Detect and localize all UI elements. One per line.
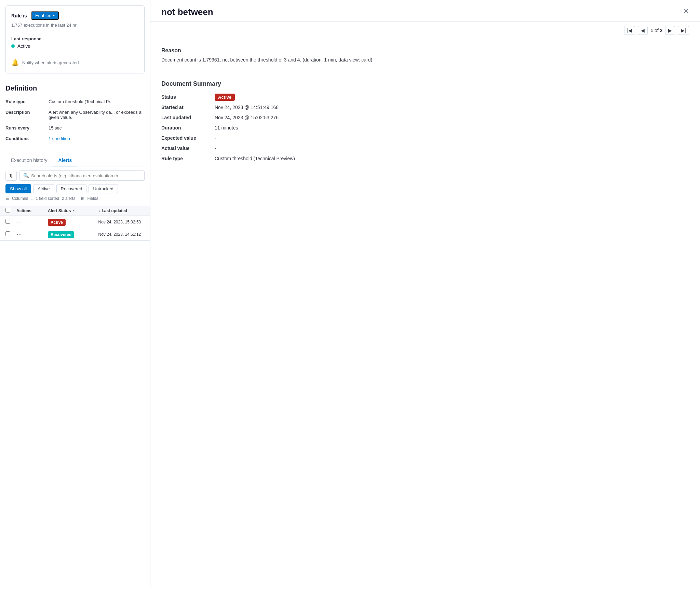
show-all-filter-button[interactable]: Show all <box>5 184 31 193</box>
doc-summary-section: Document Summary Status Active Started a… <box>150 72 700 174</box>
recovered-filter-button[interactable]: Recovered <box>56 184 87 193</box>
description-label: Description <box>5 110 43 115</box>
status-value: Active <box>215 94 235 100</box>
conditions-label: Conditions <box>5 136 43 141</box>
page-total: 2 <box>660 28 663 33</box>
rule-is-card: Rule is Enabled ▾ 1,767 executions in th… <box>5 5 145 73</box>
fields-label: Fields <box>87 196 98 201</box>
expected-value-row: Expected value - <box>161 135 689 141</box>
executions-text: 1,767 executions in the last 24 hr <box>11 23 139 28</box>
right-panel: not between ✕ |◀ ◀ 1 of 2 ▶ ▶| Reason Do… <box>150 0 700 589</box>
runs-every-value: 15 sec <box>49 125 62 131</box>
prev-page-button[interactable]: ◀ <box>638 26 648 35</box>
actual-value-label: Actual value <box>161 146 209 151</box>
active-dot-icon <box>11 44 15 48</box>
th-actions: Actions <box>16 208 44 213</box>
reason-section: Reason Document count is 1.79961, not be… <box>150 39 700 72</box>
row2-actions-menu-icon[interactable]: ⋯ <box>16 231 22 237</box>
rule-type-row: Rule type Custom threshold (Technical Pr… <box>5 99 145 104</box>
runs-every-label: Runs every <box>5 125 43 131</box>
page-current: 1 <box>650 28 653 33</box>
sort-asc-icon: ▼ <box>72 209 75 212</box>
doc-summary-title: Document Summary <box>161 80 689 87</box>
th-updated-label: Last updated <box>102 208 127 213</box>
actual-value-row: Actual value - <box>161 146 689 151</box>
definition-title: Definition <box>5 84 145 92</box>
untracked-filter-button[interactable]: Untracked <box>89 184 118 193</box>
tabs-row: Execution history Alerts <box>5 155 145 166</box>
conditions-row: Conditions 1 condition <box>5 136 145 141</box>
search-box: 🔍 <box>19 170 145 181</box>
last-updated-row: Last updated Nov 24, 2023 @ 15:02:53.276 <box>161 115 689 120</box>
table-row: ⋯ Active Nov 24, 2023, 15:02:53 <box>0 216 150 228</box>
active-status-text: Active <box>17 43 30 49</box>
right-header: not between ✕ <box>150 0 700 22</box>
th-status: Alert Status ▼ <box>48 208 94 213</box>
th-status-label: Alert Status <box>48 208 71 213</box>
chevron-down-icon: ▾ <box>53 14 55 17</box>
started-at-label: Started at <box>161 105 209 110</box>
first-page-button[interactable]: |◀ <box>624 26 635 35</box>
row2-checkbox[interactable] <box>5 231 10 236</box>
columns-label: Columns <box>12 196 28 201</box>
next-page-button[interactable]: ▶ <box>665 26 675 35</box>
last-page-button[interactable]: ▶| <box>678 26 689 35</box>
rule-type-value: Custom threshold (Technical Pr... <box>49 99 114 104</box>
row1-status-badge: Active <box>48 219 66 226</box>
th-updated: ↓ Last updated <box>98 208 145 213</box>
last-updated-value: Nov 24, 2023 @ 15:02:53.276 <box>215 115 279 120</box>
row1-actions-menu-icon[interactable]: ⋯ <box>16 219 22 225</box>
sort-label: 1 field sorted <box>36 196 59 201</box>
expected-value-label: Expected value <box>161 135 209 141</box>
bell-icon: 🔔 <box>11 59 19 66</box>
search-icon: 🔍 <box>23 173 29 178</box>
panel-title: not between <box>161 7 213 17</box>
alerts-table: Actions Alert Status ▼ ↓ Last updated ⋯ … <box>0 206 150 241</box>
left-panel: Rule is Enabled ▾ 1,767 executions in th… <box>0 0 150 589</box>
notify-text: Notify when alerts generated <box>22 60 79 65</box>
rule-type-label: Rule type <box>5 99 43 104</box>
grid-icon: ⊞ <box>81 196 84 201</box>
pagination-row: |◀ ◀ 1 of 2 ▶ ▶| <box>150 22 700 39</box>
started-at-value: Nov 24, 2023 @ 14:51:49.168 <box>215 105 279 110</box>
enabled-badge-button[interactable]: Enabled ▾ <box>31 11 59 20</box>
runs-every-row: Runs every 15 sec <box>5 125 145 131</box>
enabled-badge-label: Enabled <box>35 13 52 18</box>
search-input[interactable] <box>31 173 141 178</box>
tab-execution-history[interactable]: Execution history <box>5 155 53 166</box>
rule-type-doc-value: Custom threshold (Technical Preview) <box>215 156 295 161</box>
duration-value: 11 minutes <box>215 125 238 131</box>
reason-text: Document count is 1.79961, not between t… <box>161 56 689 64</box>
filter-tabs-row: Show all Active Recovered Untracked <box>5 184 145 193</box>
row2-actions: ⋯ <box>16 231 44 237</box>
filter-button[interactable]: ⇅ <box>5 171 17 181</box>
description-row: Description Alert when any Observability… <box>5 110 145 120</box>
description-value: Alert when any Observability da... or ex… <box>49 110 145 120</box>
active-filter-button[interactable]: Active <box>33 184 54 193</box>
table-meta-row: ☰ Columns ↕ 1 field sorted 2 alerts ⊞ Fi… <box>5 196 145 201</box>
of-label: of <box>655 28 659 33</box>
last-updated-label: Last updated <box>161 115 209 120</box>
status-active-badge: Active <box>215 94 235 101</box>
rule-type-doc-label: Rule type <box>161 156 209 161</box>
rule-is-label: Rule is <box>11 13 27 18</box>
select-all-checkbox[interactable] <box>5 208 10 213</box>
duration-label: Duration <box>161 125 209 131</box>
reason-title: Reason <box>161 47 689 54</box>
alerts-count: 2 alerts <box>62 196 75 201</box>
tab-alerts[interactable]: Alerts <box>53 155 78 166</box>
columns-icon: ☰ <box>5 196 9 201</box>
row1-checkbox[interactable] <box>5 219 10 224</box>
row1-actions: ⋯ <box>16 219 44 225</box>
table-header-row: Actions Alert Status ▼ ↓ Last updated <box>0 206 150 216</box>
tabs-section: Execution history Alerts <box>0 155 150 170</box>
definition-section: Definition Rule type Custom threshold (T… <box>0 79 150 152</box>
started-at-row: Started at Nov 24, 2023 @ 14:51:49.168 <box>161 105 689 110</box>
status-label: Status <box>161 94 209 100</box>
actual-value: - <box>215 146 216 151</box>
conditions-link[interactable]: 1 condition <box>49 136 70 141</box>
row2-status-badge: Recovered <box>48 231 74 238</box>
last-response-label: Last response <box>11 36 139 41</box>
close-button[interactable]: ✕ <box>683 7 689 15</box>
row2-date: Nov 24, 2023, 14:51:12 <box>98 232 145 237</box>
